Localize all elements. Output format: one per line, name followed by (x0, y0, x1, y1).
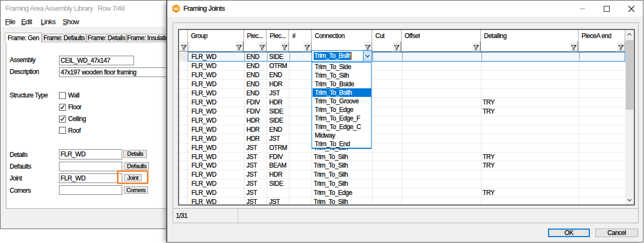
svg-text:BD: BD (174, 7, 179, 11)
